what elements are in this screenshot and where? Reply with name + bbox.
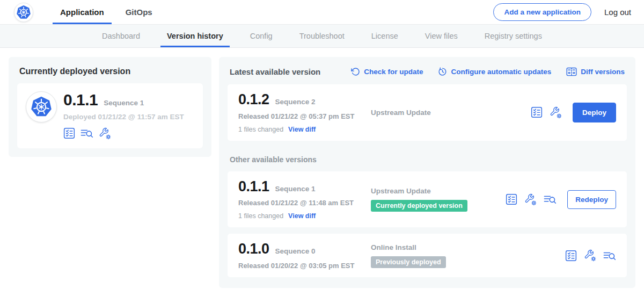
version-number: 0.1.1 xyxy=(238,179,269,195)
preflight-checks-icon[interactable] xyxy=(63,127,75,139)
subnav-tab-view-files[interactable]: View files xyxy=(419,25,464,47)
sequence-label: Sequence 2 xyxy=(275,98,316,106)
subnav-tab-version-history[interactable]: Version history xyxy=(160,25,230,47)
version-source-label: Upstream Update xyxy=(371,109,531,117)
configure-automatic-updates-link[interactable]: Configure automatic updates xyxy=(438,67,551,76)
edit-config-icon[interactable] xyxy=(524,193,537,206)
version-source-label: Upstream Update xyxy=(371,187,506,195)
subnav-tab-license[interactable]: License xyxy=(365,25,405,47)
tab-application[interactable]: Application xyxy=(53,0,112,24)
auto-update-clock-icon xyxy=(438,67,447,76)
version-actions: Check for update Configure automatic upd… xyxy=(351,67,625,76)
subnav-tab-config[interactable]: Config xyxy=(244,25,279,47)
tab-gitops[interactable]: GitOps xyxy=(118,0,160,24)
currently-deployed-panel: Currently deployed version 0.1.1 Sequenc… xyxy=(9,57,211,157)
diff-versions-link[interactable]: Diff versions xyxy=(566,67,625,76)
deployed-timestamp: Deployed 01/21/22 @ 11:57 am EST xyxy=(63,113,184,121)
preflight-checks-icon[interactable] xyxy=(565,250,577,262)
subnav-tab-dashboard[interactable]: Dashboard xyxy=(96,25,147,47)
version-number: 0.1.0 xyxy=(238,241,269,257)
files-changed-label: 1 files changed xyxy=(238,212,283,220)
edit-config-icon[interactable] xyxy=(584,249,596,262)
other-versions-title: Other available versions xyxy=(230,155,625,164)
subnav-tab-troubleshoot[interactable]: Troubleshoot xyxy=(293,25,351,47)
currently-deployed-card: 0.1.1 Sequence 1 Deployed 01/21/22 @ 11:… xyxy=(17,83,203,148)
sequence-label: Sequence 1 xyxy=(275,185,316,193)
latest-version-header: Latest available version Check for updat… xyxy=(230,67,625,76)
version-card-0-1-2: 0.1.2 Sequence 2 Released 01/21/22 @ 05:… xyxy=(228,84,627,141)
kubernetes-icon xyxy=(16,4,32,20)
app-logo xyxy=(26,91,57,122)
topnav-tabs: Application GitOps xyxy=(49,0,163,24)
app-logo xyxy=(14,3,33,22)
view-diff-link[interactable]: View diff xyxy=(288,212,316,220)
currently-deployed-title: Currently deployed version xyxy=(19,67,203,76)
view-logs-icon[interactable] xyxy=(80,128,93,139)
subnav-tab-registry-settings[interactable]: Registry settings xyxy=(478,25,548,47)
top-navbar: Application GitOps Add a new application… xyxy=(0,0,644,25)
check-for-update-link[interactable]: Check for update xyxy=(351,67,423,76)
kubernetes-icon xyxy=(30,95,53,119)
redeploy-button[interactable]: Redeploy xyxy=(567,190,616,209)
deployed-sequence-label: Sequence 1 xyxy=(104,99,144,107)
deploy-button[interactable]: Deploy xyxy=(573,103,616,122)
version-card-0-1-0: 0.1.0 Sequence 0 Released 01/20/22 @ 03:… xyxy=(228,234,627,277)
view-logs-icon[interactable] xyxy=(544,194,557,205)
previously-deployed-badge: Previously deployed xyxy=(371,256,446,268)
version-card-0-1-1: 0.1.1 Sequence 1 Released 01/21/22 @ 11:… xyxy=(228,171,627,228)
deployed-version-number: 0.1.1 xyxy=(63,91,98,109)
available-versions-panel: Latest available version Check for updat… xyxy=(219,57,635,288)
version-source-label: Online Install xyxy=(371,243,565,251)
files-changed-label: 1 files changed xyxy=(238,126,283,133)
latest-version-title: Latest available version xyxy=(230,67,320,76)
view-diff-link[interactable]: View diff xyxy=(288,126,316,133)
released-timestamp: Released 01/21/22 @ 11:48 am EST xyxy=(238,199,371,207)
topnav-right: Add a new application Log out xyxy=(493,3,631,21)
preflight-checks-icon[interactable] xyxy=(531,106,543,118)
add-application-button[interactable]: Add a new application xyxy=(493,3,591,21)
version-history-page: Currently deployed version 0.1.1 Sequenc… xyxy=(0,48,644,288)
released-timestamp: Released 01/21/22 @ 05:37 pm EST xyxy=(238,112,371,120)
view-logs-icon[interactable] xyxy=(603,250,616,261)
app-subnav: Dashboard Version history Config Trouble… xyxy=(0,25,644,48)
edit-config-icon[interactable] xyxy=(550,106,562,119)
version-number: 0.1.2 xyxy=(238,92,269,108)
refresh-icon xyxy=(351,67,360,76)
released-timestamp: Released 01/20/22 @ 03:05 pm EST xyxy=(238,262,371,270)
logout-link[interactable]: Log out xyxy=(604,8,631,17)
preflight-checks-icon[interactable] xyxy=(506,193,517,205)
edit-config-icon[interactable] xyxy=(99,127,111,140)
sequence-label: Sequence 0 xyxy=(275,247,316,255)
diff-icon xyxy=(566,67,577,76)
currently-deployed-badge: Currently deployed version xyxy=(371,200,467,212)
